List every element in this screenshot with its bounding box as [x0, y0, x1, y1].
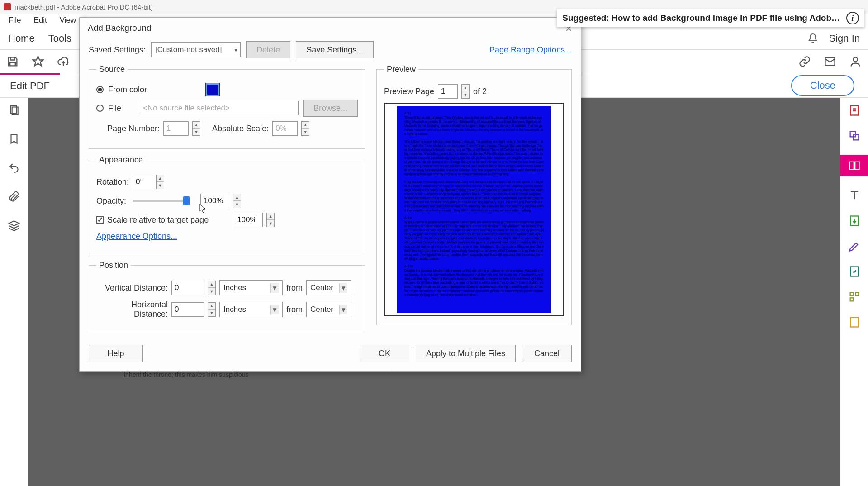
add-background-dialog: Add Background ✕ Saved Settings: [Custom… — [79, 17, 581, 372]
vdist-anchor-combo[interactable]: Center — [306, 280, 351, 295]
svg-rect-11 — [850, 293, 853, 296]
create-pdf-icon[interactable] — [848, 104, 861, 117]
sign-icon[interactable] — [848, 240, 861, 253]
radio-file[interactable] — [96, 105, 104, 112]
saved-settings-label: Saved Settings: — [89, 45, 146, 55]
right-tool-rail — [840, 98, 868, 486]
app-icon — [4, 3, 11, 10]
cancel-button[interactable]: Cancel — [522, 345, 572, 362]
vdist-spinner[interactable]: ▲▼ — [208, 281, 216, 295]
svg-point-1 — [853, 57, 857, 61]
edit-pdf-tool-active[interactable] — [840, 155, 868, 176]
preview-of-label: of 2 — [473, 87, 487, 96]
position-group: Position Vertical Distance: ▲▼ Inches fr… — [89, 261, 365, 332]
close-button[interactable]: Close — [791, 75, 854, 96]
hdist-unit-combo[interactable]: Inches — [219, 302, 283, 317]
hdist-input[interactable] — [171, 302, 204, 317]
svg-rect-12 — [855, 293, 859, 296]
dialog-title-text: Add Background — [88, 23, 152, 34]
appearance-group: Appearance Rotation: ▲▼ Opacity: ▲▼ — [89, 155, 365, 254]
undo-icon[interactable] — [8, 162, 20, 174]
combine-icon[interactable] — [848, 129, 861, 142]
page-number-spinner: ▲▼ — [192, 121, 200, 136]
vdist-from-label: from — [286, 283, 303, 293]
suggested-tooltip: Suggested: How to add Background image i… — [557, 9, 864, 27]
preview-page-spinner[interactable]: ▲▼ — [461, 84, 470, 99]
radio-from-color[interactable] — [96, 86, 104, 93]
profile-icon[interactable] — [849, 55, 862, 68]
scale-spinner[interactable]: ▲▼ — [266, 213, 275, 227]
vdist-unit-combo[interactable]: Inches — [219, 280, 283, 295]
opacity-slider-thumb[interactable] — [183, 196, 190, 205]
rotation-input[interactable] — [133, 175, 152, 189]
pages-icon[interactable] — [8, 104, 20, 116]
organize-icon[interactable] — [848, 291, 861, 303]
hdist-spinner[interactable]: ▲▼ — [208, 302, 216, 317]
opacity-input[interactable] — [200, 194, 229, 208]
svg-rect-8 — [855, 162, 859, 169]
page-range-link[interactable]: Page Range Options... — [489, 45, 572, 55]
menu-view[interactable]: View — [53, 16, 83, 25]
preview-box: Act IThree Witches tell lightning. They … — [384, 103, 564, 316]
save-icon[interactable] — [6, 55, 19, 68]
export-pdf-icon[interactable] — [848, 214, 861, 227]
source-group: Source From color File Browse... Page Nu… — [89, 65, 365, 149]
menu-file[interactable]: File — [2, 16, 27, 25]
hdist-anchor-combo[interactable]: Center — [306, 302, 351, 317]
window-title: mackbeth.pdf - Adobe Acrobat Pro DC (64-… — [14, 3, 153, 11]
color-swatch[interactable] — [206, 83, 219, 96]
signin-link[interactable]: Sign In — [829, 33, 860, 44]
tab-edit-pdf[interactable]: Edit PDF — [0, 73, 60, 97]
preview-group: Preview Preview Page ▲▼ of 2 Act IThree … — [376, 65, 572, 325]
help-button[interactable]: Help — [89, 345, 143, 362]
svg-rect-14 — [850, 318, 858, 327]
star-icon[interactable] — [32, 55, 44, 68]
preview-page-input[interactable] — [438, 84, 458, 99]
bookmark-icon[interactable] — [8, 133, 20, 145]
vdist-input[interactable] — [171, 281, 204, 295]
compress-icon[interactable] — [848, 316, 861, 329]
scale-checkbox-label: Scale relative to target page — [107, 215, 209, 225]
opacity-label: Opacity: — [96, 196, 129, 206]
svg-rect-7 — [849, 162, 854, 169]
nav-tools[interactable]: Tools — [48, 33, 71, 44]
browse-button: Browse... — [303, 100, 358, 117]
opacity-slider[interactable] — [133, 200, 187, 202]
preview-page-render: Act IThree Witches tell lightning. They … — [397, 106, 551, 313]
link-icon[interactable] — [798, 55, 811, 68]
bell-icon[interactable] — [807, 33, 818, 44]
rotation-spinner[interactable]: ▲▼ — [156, 175, 164, 189]
attachment-icon[interactable] — [8, 191, 20, 203]
vdist-label: Vertical Distance: — [96, 283, 168, 293]
page-number-input — [163, 121, 189, 136]
protect-icon[interactable] — [848, 265, 861, 278]
source-legend: Source — [96, 65, 128, 74]
text-tool-icon[interactable] — [848, 189, 861, 202]
cloud-upload-icon[interactable] — [57, 55, 70, 68]
suggested-text: Suggested: How to add Background image i… — [562, 13, 840, 23]
ok-button[interactable]: OK — [360, 345, 409, 362]
layers-icon[interactable] — [8, 220, 20, 232]
svg-rect-13 — [850, 298, 853, 301]
apply-multiple-button[interactable]: Apply to Multiple Files — [416, 345, 516, 362]
info-icon[interactable]: i — [846, 12, 859, 24]
mail-icon[interactable] — [824, 55, 836, 68]
rotation-label: Rotation: — [96, 177, 129, 187]
opacity-spinner[interactable]: ▲▼ — [233, 194, 241, 208]
nav-home[interactable]: Home — [8, 33, 35, 44]
dialog-titlebar: Add Background ✕ — [80, 18, 581, 39]
preview-page-label: Preview Page — [384, 87, 434, 96]
left-nav-rail — [0, 98, 28, 486]
saved-settings-combo[interactable]: [Custom-not saved] — [151, 42, 241, 57]
delete-button: Delete — [246, 41, 290, 58]
scale-input[interactable] — [234, 213, 263, 227]
save-settings-button[interactable]: Save Settings... — [296, 41, 374, 58]
abs-scale-spinner: ▲▼ — [301, 121, 309, 136]
abs-scale-label: Absolute Scale: — [212, 124, 269, 133]
abs-scale-input — [272, 121, 298, 136]
menu-edit[interactable]: Edit — [27, 16, 53, 25]
scale-checkbox[interactable] — [96, 216, 104, 224]
appearance-options-link[interactable]: Appearance Options... — [96, 232, 177, 241]
from-color-label: From color — [108, 85, 147, 95]
appearance-legend: Appearance — [96, 155, 146, 165]
